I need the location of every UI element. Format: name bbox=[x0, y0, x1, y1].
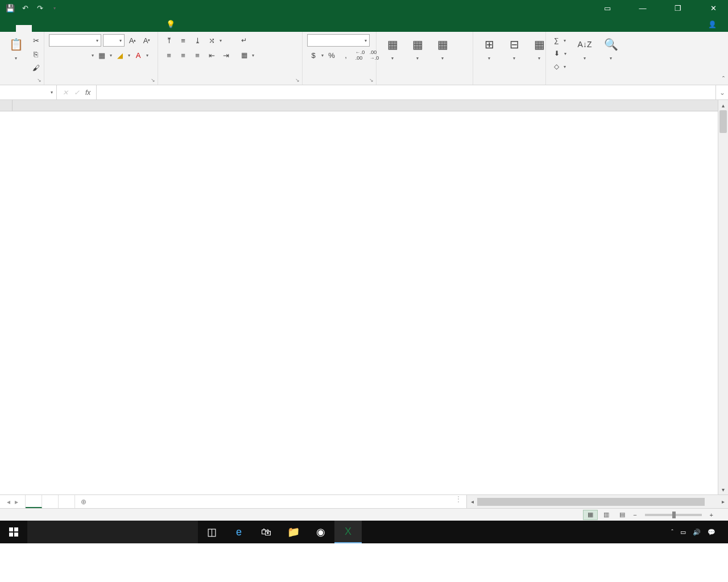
format-painter-icon[interactable]: 🖌 bbox=[30, 61, 42, 74]
sheet-next-icon[interactable]: ▸ bbox=[15, 498, 18, 506]
edge-icon[interactable]: e bbox=[225, 521, 253, 543]
merge-center-button[interactable]: ▦▾ bbox=[238, 49, 258, 61]
tab-view[interactable] bbox=[111, 25, 127, 32]
chrome-icon[interactable]: ◉ bbox=[307, 521, 334, 543]
alignment-dialog-icon[interactable]: ↘ bbox=[295, 77, 300, 83]
font-color-icon[interactable]: A bbox=[132, 49, 144, 61]
decrease-decimal-icon[interactable]: .00→.0 bbox=[368, 49, 380, 61]
file-explorer-icon[interactable]: 📁 bbox=[280, 521, 307, 543]
autosum-button[interactable]: ∑▾ bbox=[551, 34, 570, 47]
fx-icon[interactable]: fx bbox=[85, 89, 90, 97]
decrease-font-icon[interactable]: A▾ bbox=[140, 34, 153, 47]
paste-button[interactable]: 📋 ▾ bbox=[5, 34, 27, 62]
select-all-corner[interactable] bbox=[0, 100, 13, 111]
enter-icon[interactable]: ✓ bbox=[74, 89, 80, 97]
increase-indent-icon[interactable]: ⇥ bbox=[220, 49, 232, 61]
taskbar-search[interactable] bbox=[27, 521, 198, 543]
qat-customize-icon[interactable]: ▾ bbox=[48, 1, 61, 15]
wrap-text-button[interactable]: ↵ bbox=[238, 34, 258, 47]
tab-help[interactable] bbox=[127, 25, 143, 32]
tab-data[interactable] bbox=[80, 25, 96, 32]
clipboard-dialog-icon[interactable]: ↘ bbox=[37, 77, 42, 83]
cut-icon[interactable]: ✂ bbox=[30, 34, 42, 47]
accounting-icon[interactable]: $ bbox=[307, 49, 320, 61]
format-as-table-button[interactable]: ▦▾ bbox=[406, 34, 429, 62]
conditional-formatting-button[interactable]: ▦▾ bbox=[381, 34, 404, 62]
scroll-up-icon[interactable]: ▴ bbox=[718, 100, 728, 110]
undo-icon[interactable]: ↶ bbox=[18, 1, 32, 15]
page-break-view-icon[interactable]: ▤ bbox=[615, 510, 630, 520]
sheet-tab-3[interactable] bbox=[59, 495, 75, 508]
horizontal-scrollbar[interactable]: ◂ ▸ bbox=[466, 495, 728, 508]
font-name-combo[interactable]: ▾ bbox=[49, 34, 101, 47]
vertical-scrollbar[interactable]: ▴ ▾ bbox=[718, 100, 728, 494]
percent-icon[interactable]: % bbox=[325, 49, 338, 61]
align-bottom-icon[interactable]: ⤓ bbox=[191, 34, 204, 47]
minimize-icon[interactable]: — bbox=[630, 0, 655, 16]
tab-pagelayout[interactable] bbox=[48, 25, 64, 32]
sheet-tab-2[interactable] bbox=[42, 495, 59, 508]
name-box[interactable]: ▾ bbox=[0, 85, 57, 99]
tab-formulas[interactable] bbox=[64, 25, 80, 32]
sheet-prev-icon[interactable]: ◂ bbox=[7, 498, 10, 506]
normal-view-icon[interactable]: ▦ bbox=[583, 510, 598, 520]
scroll-thumb[interactable] bbox=[719, 110, 727, 133]
maximize-icon[interactable]: ❐ bbox=[665, 0, 690, 16]
decrease-indent-icon[interactable]: ⇤ bbox=[205, 49, 218, 61]
comma-icon[interactable]: , bbox=[340, 49, 352, 61]
clear-button[interactable]: ◇▾ bbox=[551, 60, 570, 73]
fill-color-icon[interactable]: ◢ bbox=[114, 49, 126, 61]
collapse-ribbon-icon[interactable]: ˆ bbox=[722, 76, 725, 84]
tab-review[interactable] bbox=[96, 25, 111, 32]
align-top-icon[interactable]: ⤒ bbox=[163, 34, 175, 47]
orientation-icon[interactable]: ⤭ bbox=[205, 34, 218, 47]
store-icon[interactable]: 🛍 bbox=[253, 521, 280, 543]
underline-button[interactable] bbox=[77, 49, 90, 61]
start-button[interactable] bbox=[0, 521, 27, 543]
bold-button[interactable] bbox=[49, 49, 61, 61]
border-icon[interactable]: ▦ bbox=[96, 49, 108, 61]
align-center-icon[interactable]: ≡ bbox=[177, 49, 189, 61]
scroll-left-icon[interactable]: ◂ bbox=[467, 498, 477, 505]
share-button[interactable]: 👤 bbox=[700, 17, 728, 32]
page-layout-view-icon[interactable]: ▥ bbox=[599, 510, 614, 520]
cancel-icon[interactable]: ✕ bbox=[63, 89, 68, 97]
find-select-button[interactable]: 🔍▾ bbox=[599, 34, 622, 62]
scroll-down-icon[interactable]: ▾ bbox=[718, 484, 728, 494]
increase-decimal-icon[interactable]: ←.0.00 bbox=[354, 49, 366, 61]
battery-icon[interactable]: ▭ bbox=[680, 529, 686, 536]
align-middle-icon[interactable]: ≡ bbox=[177, 34, 189, 47]
cell-styles-button[interactable]: ▦▾ bbox=[431, 34, 454, 62]
insert-cells-button[interactable]: ⊞▾ bbox=[478, 34, 500, 62]
excel-icon[interactable]: X bbox=[334, 521, 362, 543]
sheet-tab-1[interactable] bbox=[26, 495, 42, 508]
font-dialog-icon[interactable]: ↘ bbox=[151, 77, 155, 83]
zoom-out-icon[interactable]: − bbox=[631, 512, 639, 518]
copy-icon[interactable]: ⎘ bbox=[30, 48, 42, 60]
tell-me-search[interactable]: 💡 bbox=[159, 16, 185, 32]
zoom-in-icon[interactable]: + bbox=[708, 512, 715, 518]
ribbon-display-icon[interactable]: ▭ bbox=[595, 0, 620, 16]
tab-acrobat[interactable] bbox=[143, 25, 159, 32]
save-icon[interactable]: 💾 bbox=[3, 1, 17, 15]
scroll-right-icon[interactable]: ▸ bbox=[718, 498, 728, 505]
volume-icon[interactable]: 🔊 bbox=[693, 529, 701, 536]
font-size-combo[interactable]: ▾ bbox=[103, 34, 125, 47]
new-sheet-icon[interactable]: ⊕ bbox=[75, 495, 92, 508]
tab-insert[interactable] bbox=[32, 25, 48, 32]
number-dialog-icon[interactable]: ↘ bbox=[369, 77, 374, 83]
redo-icon[interactable]: ↷ bbox=[33, 1, 47, 15]
formula-input[interactable] bbox=[97, 85, 715, 99]
task-view-icon[interactable]: ◫ bbox=[198, 521, 225, 543]
expand-formula-icon[interactable]: ⌄ bbox=[715, 85, 728, 99]
fill-button[interactable]: ⬇▾ bbox=[551, 47, 570, 60]
tab-home[interactable] bbox=[16, 25, 32, 32]
number-format-combo[interactable]: ▾ bbox=[307, 34, 370, 47]
delete-cells-button[interactable]: ⊟▾ bbox=[503, 34, 526, 62]
zoom-slider[interactable] bbox=[645, 514, 702, 516]
tab-file[interactable] bbox=[0, 25, 16, 32]
close-icon[interactable]: ✕ bbox=[701, 0, 726, 16]
increase-font-icon[interactable]: A▴ bbox=[126, 34, 139, 47]
align-right-icon[interactable]: ≡ bbox=[191, 49, 204, 61]
align-left-icon[interactable]: ≡ bbox=[163, 49, 175, 61]
